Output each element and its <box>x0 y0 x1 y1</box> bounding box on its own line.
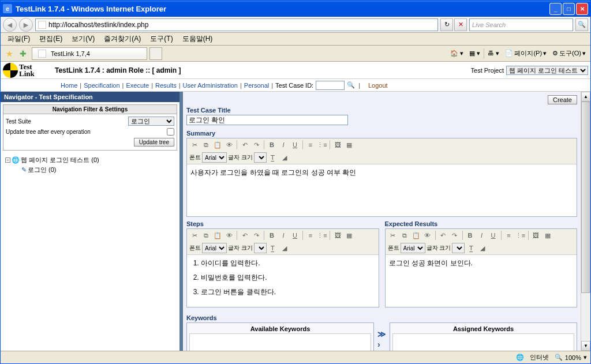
menu-tools[interactable]: 도구(T) <box>145 33 177 45</box>
update-tree-button[interactable]: Update tree <box>134 138 174 147</box>
menu-favorites[interactable]: 즐겨찾기(A) <box>99 33 145 45</box>
ulist-icon[interactable]: ⋮≡ <box>317 230 327 241</box>
available-kw-list[interactable] <box>189 333 371 351</box>
cut-icon[interactable]: ✂ <box>189 230 200 241</box>
font-select[interactable]: Arial <box>202 243 227 253</box>
undo-icon[interactable]: ↶ <box>240 230 250 241</box>
find-icon[interactable]: 👁 <box>422 230 433 241</box>
refresh-button[interactable]: ↻ <box>440 18 453 31</box>
table-icon[interactable]: ▦ <box>344 140 354 150</box>
paste-icon[interactable]: 📋 <box>411 230 421 241</box>
title-input[interactable] <box>186 115 348 125</box>
expected-content[interactable]: 로그인 성공 화면이 보인다. <box>386 255 577 307</box>
menu-help[interactable]: 도움말(H) <box>178 33 218 45</box>
ulist-icon[interactable]: ⋮≡ <box>515 230 526 241</box>
underline-icon[interactable]: U <box>290 140 300 150</box>
size-select[interactable] <box>452 243 465 253</box>
nav-execute[interactable]: Execute <box>124 82 151 89</box>
update-tree-checkbox[interactable] <box>167 128 174 136</box>
nav-user-admin[interactable]: User Administration <box>181 82 240 89</box>
move-right-icon[interactable]: ≫ <box>377 329 386 339</box>
add-favorite-icon[interactable]: ✚ <box>17 47 29 60</box>
vertical-scrollbar[interactable]: ▲ ▼ <box>581 92 590 351</box>
italic-icon[interactable]: I <box>278 230 289 241</box>
redo-icon[interactable]: ↷ <box>251 140 261 150</box>
copy-icon[interactable]: ⧉ <box>399 230 410 241</box>
bold-icon[interactable]: B <box>267 140 277 150</box>
tcid-search-icon[interactable]: 🔍 <box>347 81 355 89</box>
font-select[interactable]: Arial <box>401 243 425 253</box>
redo-icon[interactable]: ↷ <box>251 230 261 241</box>
olist-icon[interactable]: ≡ <box>504 230 514 241</box>
tools-menu[interactable]: ⚙ 도구(O) ▾ <box>550 48 588 59</box>
search-button[interactable]: 🔍 <box>575 18 588 31</box>
nav-home[interactable]: Home <box>58 82 80 89</box>
copy-icon[interactable]: ⧉ <box>201 230 211 241</box>
table-icon[interactable]: ▦ <box>344 230 354 241</box>
menu-view[interactable]: 보기(V) <box>67 33 99 45</box>
bold-icon[interactable]: B <box>267 230 277 241</box>
menu-file[interactable]: 파일(F) <box>3 33 35 45</box>
undo-icon[interactable]: ↶ <box>438 230 448 241</box>
nav-logout[interactable]: Logout <box>366 82 390 89</box>
cut-icon[interactable]: ✂ <box>189 140 200 150</box>
zoom-icon[interactable]: 🔍 <box>555 354 563 361</box>
font-select[interactable]: Arial <box>202 152 227 163</box>
test-suite-select[interactable]: 로그인 <box>128 117 174 126</box>
maximize-button[interactable]: □ <box>563 3 575 15</box>
ulist-icon[interactable]: ⋮≡ <box>317 140 327 150</box>
test-project-select[interactable]: 웹 페이지 로그인 테스트 <box>506 66 588 75</box>
nav-results[interactable]: Results <box>153 82 179 89</box>
assigned-kw-list[interactable] <box>392 333 574 351</box>
zoom-dropdown-icon[interactable]: ▾ <box>583 354 587 361</box>
underline-icon[interactable]: U <box>290 230 300 241</box>
size-select[interactable] <box>254 152 267 163</box>
size-select[interactable] <box>254 243 267 253</box>
bgcolor-icon[interactable]: ◢ <box>279 152 290 163</box>
back-button[interactable]: ◄ <box>3 18 17 32</box>
bgcolor-icon[interactable]: ◢ <box>279 243 290 253</box>
olist-icon[interactable]: ≡ <box>305 230 316 241</box>
create-button-top[interactable]: Create <box>548 95 577 104</box>
scroll-down-icon[interactable]: ▼ <box>581 341 590 351</box>
scroll-thumb[interactable] <box>581 102 590 293</box>
undo-icon[interactable]: ↶ <box>240 140 250 150</box>
collapse-icon[interactable]: − <box>5 157 10 163</box>
textcolor-icon[interactable]: T̲ <box>466 243 476 253</box>
image-icon[interactable]: 🖼 <box>531 230 541 241</box>
italic-icon[interactable]: I <box>278 140 289 150</box>
menu-edit[interactable]: 편집(E) <box>35 33 67 45</box>
tree-root-node[interactable]: − 🌐 웹 페이지 로그인 테스트 (0) <box>5 155 175 165</box>
image-icon[interactable]: 🖼 <box>332 230 343 241</box>
italic-icon[interactable]: I <box>477 230 487 241</box>
feeds-icon[interactable]: ▦ ▾ <box>467 48 482 58</box>
forward-button[interactable]: ► <box>19 18 33 32</box>
stop-button[interactable]: ✕ <box>454 18 467 31</box>
find-icon[interactable]: 👁 <box>224 230 234 241</box>
bold-icon[interactable]: B <box>465 230 476 241</box>
search-box[interactable]: Live Search <box>469 18 573 31</box>
tree-child-node[interactable]: ✎ 로그인 (0) <box>5 165 175 175</box>
favorites-icon[interactable]: ★ <box>3 47 16 60</box>
page-menu[interactable]: 📄 페이지(P) ▾ <box>503 48 549 59</box>
print-icon[interactable]: 🖶 ▾ <box>485 48 502 58</box>
olist-icon[interactable]: ≡ <box>305 140 316 150</box>
paste-icon[interactable]: 📋 <box>212 230 223 241</box>
redo-icon[interactable]: ↷ <box>450 230 460 241</box>
nav-personal[interactable]: Personal <box>242 82 271 89</box>
scroll-up-icon[interactable]: ▲ <box>581 92 590 102</box>
minimize-button[interactable]: _ <box>549 3 562 15</box>
move-one-right-icon[interactable]: › <box>377 340 386 349</box>
summary-content[interactable]: 사용자가 로그인을 하였을 때 로그인의 성공 여부 확인 <box>187 164 577 216</box>
copy-icon[interactable]: ⧉ <box>201 140 211 150</box>
find-icon[interactable]: 👁 <box>224 140 234 150</box>
paste-icon[interactable]: 📋 <box>212 140 223 150</box>
bgcolor-icon[interactable]: ◢ <box>477 243 488 253</box>
new-tab-button[interactable] <box>149 47 162 60</box>
cut-icon[interactable]: ✂ <box>388 230 398 241</box>
steps-content[interactable]: 아이디를 입력한다. 비밀번호를 입력한다. 로그인 버튼을 클릭한다. <box>187 255 379 307</box>
textcolor-icon[interactable]: T̲ <box>268 243 278 253</box>
tcid-input[interactable] <box>316 81 345 90</box>
nav-specification[interactable]: Specification <box>81 82 122 89</box>
close-button[interactable]: ✕ <box>576 3 588 15</box>
